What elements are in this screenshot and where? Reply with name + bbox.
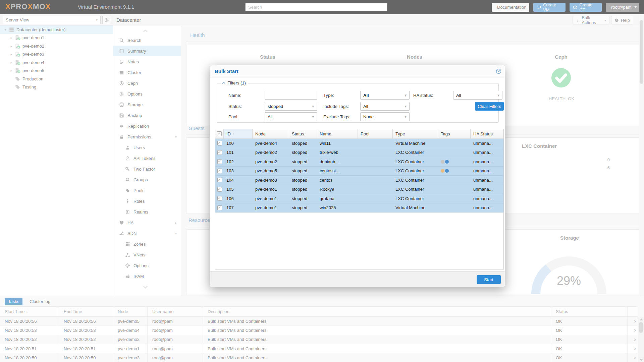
grid-body: 100 pve-demo4 stopped win11 Virtual Mach… (215, 139, 503, 213)
chevron-down-icon: ▾ (497, 93, 499, 98)
clear-filters-button[interactable]: Clear Filters (475, 102, 504, 111)
select-all-checkbox[interactable] (215, 129, 224, 138)
row-checkbox[interactable] (217, 178, 222, 182)
ha-status-select[interactable]: All▾ (453, 91, 502, 100)
status-select[interactable]: stopped▾ (265, 102, 317, 111)
guest-selection-grid: ID↑ Node Status Name Pool Type Tags HA S… (215, 129, 504, 269)
col-node[interactable]: Node (253, 129, 289, 138)
row-checkbox[interactable] (217, 150, 222, 155)
tag-dot (441, 160, 444, 164)
tag-dot (445, 169, 449, 173)
col-id[interactable]: ID↑ (224, 129, 253, 138)
row-checkbox[interactable] (217, 205, 222, 210)
ha-status-label: HA status: (413, 93, 433, 98)
tag-dot (445, 160, 449, 164)
row-checkbox[interactable] (217, 159, 222, 164)
filters-fieldset: Filters (1) Name: Type: All▾ HA status: … (217, 83, 499, 123)
pool-select[interactable]: All▾ (265, 112, 317, 121)
include-tags-select[interactable]: All▾ (360, 102, 410, 111)
chevron-down-icon: ▾ (405, 104, 407, 109)
guest-row[interactable]: 103 pve-demo5 stopped centosst... LXC Co… (215, 167, 503, 176)
col-pool[interactable]: Pool (358, 129, 393, 138)
filters-legend: Filters (1) (227, 80, 246, 85)
guest-row[interactable]: 106 pve-demo1 stopped grafana LXC Contai… (215, 194, 503, 203)
dialog-title: Bulk Start (215, 68, 238, 74)
include-tags-label: Include Tags: (323, 104, 349, 109)
chevron-down-icon: ▾ (405, 115, 407, 119)
col-tags[interactable]: Tags (438, 129, 471, 138)
grid-header: ID↑ Node Status Name Pool Type Tags HA S… (215, 129, 503, 139)
row-checkbox[interactable] (217, 141, 222, 145)
col-status[interactable]: Status (289, 129, 317, 138)
guest-row[interactable]: 102 pve-demo2 stopped debianb... LXC Con… (215, 157, 503, 167)
exclude-tags-select[interactable]: None▾ (360, 112, 410, 121)
type-select[interactable]: All▾ (360, 91, 410, 100)
col-ha-status[interactable]: HA Status (471, 129, 503, 138)
sort-asc-icon: ↑ (232, 131, 234, 136)
guest-row[interactable]: 100 pve-demo4 stopped win11 Virtual Mach… (215, 139, 503, 148)
type-label: Type: (323, 93, 334, 98)
chevron-down-icon: ▾ (405, 93, 407, 98)
status-label: Status: (228, 104, 242, 109)
name-label: Name: (228, 93, 241, 98)
row-checkbox[interactable] (217, 169, 222, 173)
chevron-down-icon: ▾ (312, 115, 314, 119)
bulk-start-dialog: Bulk Start Filters (1) Name: Type: All▾ … (210, 65, 505, 287)
start-button[interactable]: Start (477, 275, 501, 284)
guest-row[interactable]: 105 pve-demo1 stopped Rocky9 LXC Contain… (215, 185, 503, 194)
chevron-down-icon: ▾ (312, 104, 314, 109)
row-checkbox[interactable] (217, 187, 222, 192)
row-checkbox[interactable] (217, 196, 222, 201)
guest-row[interactable]: 107 pve-demo1 stopped win2025 Virtual Ma… (215, 203, 503, 213)
name-filter-input[interactable] (265, 91, 317, 99)
close-icon[interactable] (496, 68, 501, 74)
col-type[interactable]: Type (393, 129, 438, 138)
col-name[interactable]: Name (317, 129, 358, 138)
pool-label: Pool: (228, 114, 238, 119)
guest-row[interactable]: 101 pve-demo2 stopped trixie-web LXC Con… (215, 148, 503, 158)
exclude-tags-label: Exclude Tags: (323, 114, 351, 119)
tag-dot (441, 169, 444, 173)
collapse-icon[interactable] (222, 82, 225, 85)
guest-row[interactable]: 104 pve-demo3 stopped centos LXC Contain… (215, 176, 503, 185)
